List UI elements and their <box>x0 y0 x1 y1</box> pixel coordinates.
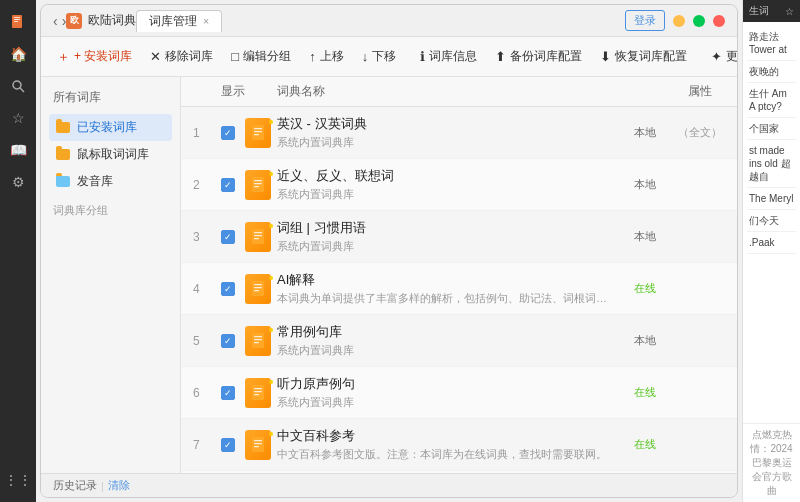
clear-history-link[interactable]: 清除 <box>108 478 130 493</box>
app-sidebar: 🏠 ☆ 📖 ⚙ ⋮⋮ <box>0 0 36 502</box>
row-checkbox[interactable] <box>221 334 245 348</box>
svg-line-5 <box>20 88 24 92</box>
row-name-title: 英汉 - 汉英词典 <box>277 115 615 133</box>
edit-group-label: 编辑分组 <box>243 48 291 65</box>
table-row[interactable]: 1英汉 - 汉英词典系统内置词典库本地（全文） <box>181 107 737 159</box>
col-name-header: 词典名称 <box>277 83 615 100</box>
minimize-button[interactable] <box>673 15 685 27</box>
table-row[interactable]: 4AI解释本词典为单词提供了丰富多样的解析，包括例句、助记法、词根词缀、搭配等多… <box>181 263 737 315</box>
more-dicts-button[interactable]: ✦ 更多扩充词库 <box>703 44 738 69</box>
list-item[interactable]: The Meryl <box>747 188 796 210</box>
svg-rect-29 <box>254 394 259 395</box>
status-badge: 在线 <box>628 436 662 453</box>
list-item[interactable]: 生什 Am A ptcy? <box>747 83 796 118</box>
sidebar-home-icon[interactable]: 🏠 <box>4 40 32 68</box>
back-arrow[interactable]: ‹ <box>53 13 58 29</box>
restore-icon: ⬇ <box>600 49 611 64</box>
tab-dict-management[interactable]: 词库管理 × <box>136 10 222 32</box>
row-num: 5 <box>193 334 221 348</box>
row-num: 7 <box>193 438 221 452</box>
close-button[interactable] <box>713 15 725 27</box>
row-dict-icon <box>245 170 277 200</box>
list-item[interactable]: 路走法 Tower at <box>747 26 796 61</box>
svg-rect-16 <box>254 235 262 236</box>
row-name-subtitle: 系统内置词典库 <box>277 343 615 358</box>
sidebar-dict-icon[interactable] <box>4 8 32 36</box>
move-up-button[interactable]: ↑ 上移 <box>301 44 352 69</box>
row-name: AI解释本词典为单词提供了丰富多样的解析，包括例句、助记法、词根词缀、搭配等多个… <box>277 271 615 306</box>
right-panel-star-icon: ☆ <box>785 6 794 17</box>
status-badge: 本地 <box>628 228 662 245</box>
down-arrow-icon: ↓ <box>362 49 369 64</box>
svg-rect-20 <box>254 287 262 288</box>
installed-dicts-item[interactable]: 已安装词库 <box>49 114 172 141</box>
row-checkbox[interactable] <box>221 126 245 140</box>
svg-rect-10 <box>252 177 264 192</box>
row-name-title: 近义、反义、联想词 <box>277 167 615 185</box>
sidebar-star-icon[interactable]: ☆ <box>4 104 32 132</box>
row-dict-icon <box>245 378 277 408</box>
row-name: 中文百科参考中文百科参考图文版。注意：本词库为在线词典，查找时需要联网。 <box>277 427 615 462</box>
svg-rect-9 <box>254 134 259 135</box>
audio-dict-label: 发音库 <box>77 173 113 190</box>
move-up-label: 上移 <box>320 48 344 65</box>
list-item[interactable]: 们今天 <box>747 210 796 232</box>
row-name-title: 中文百科参考 <box>277 427 615 445</box>
app-icon: 欧 <box>66 13 82 29</box>
maximize-button[interactable] <box>693 15 705 27</box>
row-status: 本地 <box>615 332 675 349</box>
mouse-dict-item[interactable]: 鼠标取词词库 <box>49 141 172 168</box>
remove-dict-button[interactable]: ✕ 移除词库 <box>142 44 221 69</box>
install-dict-button[interactable]: ＋ + 安装词库 <box>49 44 140 70</box>
svg-rect-23 <box>254 336 262 337</box>
plus-icon: ＋ <box>57 48 70 66</box>
mouse-folder-icon <box>55 147 71 163</box>
row-status: 本地 <box>615 124 675 141</box>
col-attr-header: 属性 <box>675 83 725 100</box>
table-row[interactable]: 6听力原声例句系统内置词典库在线 <box>181 367 737 419</box>
move-down-label: 下移 <box>372 48 396 65</box>
sidebar-grid-icon[interactable]: ⋮⋮ <box>4 466 32 494</box>
title-bar-controls: 登录 <box>625 10 725 31</box>
backup-button[interactable]: ⬆ 备份词库配置 <box>487 44 590 69</box>
nav-arrows[interactable]: ‹ › <box>53 13 66 29</box>
group-section-title: 词典库分组 <box>49 195 172 222</box>
row-checkbox[interactable] <box>221 282 245 296</box>
row-name-subtitle: 系统内置词典库 <box>277 187 615 202</box>
list-item[interactable]: 夜晚的 <box>747 61 796 83</box>
table-row[interactable]: 3词组 | 习惯用语系统内置词典库本地 <box>181 211 737 263</box>
right-panel-title: 生词 <box>749 4 769 18</box>
row-dict-icon <box>245 274 277 304</box>
svg-rect-15 <box>254 232 262 233</box>
sidebar-search-icon[interactable] <box>4 72 32 100</box>
table-row[interactable]: 2近义、反义、联想词系统内置词典库本地 <box>181 159 737 211</box>
row-checkbox[interactable] <box>221 230 245 244</box>
row-name: 常用例句库系统内置词典库 <box>277 323 615 358</box>
table-row[interactable]: 5常用例句库系统内置词典库本地 <box>181 315 737 367</box>
tab-close-icon[interactable]: × <box>203 16 209 27</box>
row-checkbox[interactable] <box>221 438 245 452</box>
svg-rect-7 <box>254 128 262 129</box>
sidebar-settings-icon[interactable]: ⚙ <box>4 168 32 196</box>
list-item[interactable]: st made ins old 超越自 <box>747 140 796 188</box>
more-dicts-label: 更多扩充词库 <box>726 48 738 65</box>
list-item[interactable]: 个国家 <box>747 118 796 140</box>
installed-dicts-label: 已安装词库 <box>77 119 137 136</box>
edit-group-button[interactable]: □ 编辑分组 <box>223 44 299 69</box>
restore-button[interactable]: ⬇ 恢复词库配置 <box>592 44 695 69</box>
audio-dict-item[interactable]: 发音库 <box>49 168 172 195</box>
dict-info-button[interactable]: ℹ 词库信息 <box>412 44 485 69</box>
row-status: 在线 <box>615 280 675 297</box>
move-down-button[interactable]: ↓ 下移 <box>354 44 405 69</box>
list-item[interactable]: .Paak <box>747 232 796 254</box>
sidebar-book-icon[interactable]: 📖 <box>4 136 32 164</box>
row-checkbox[interactable] <box>221 178 245 192</box>
row-name-title: AI解释 <box>277 271 615 289</box>
row-status: 在线 <box>615 436 675 453</box>
login-button[interactable]: 登录 <box>625 10 665 31</box>
row-status: 本地 <box>615 176 675 193</box>
restore-label: 恢复词库配置 <box>615 48 687 65</box>
table-row[interactable]: 7中文百科参考中文百科参考图文版。注意：本词库为在线词典，查找时需要联网。在线 <box>181 419 737 471</box>
row-checkbox[interactable] <box>221 386 245 400</box>
row-num: 3 <box>193 230 221 244</box>
